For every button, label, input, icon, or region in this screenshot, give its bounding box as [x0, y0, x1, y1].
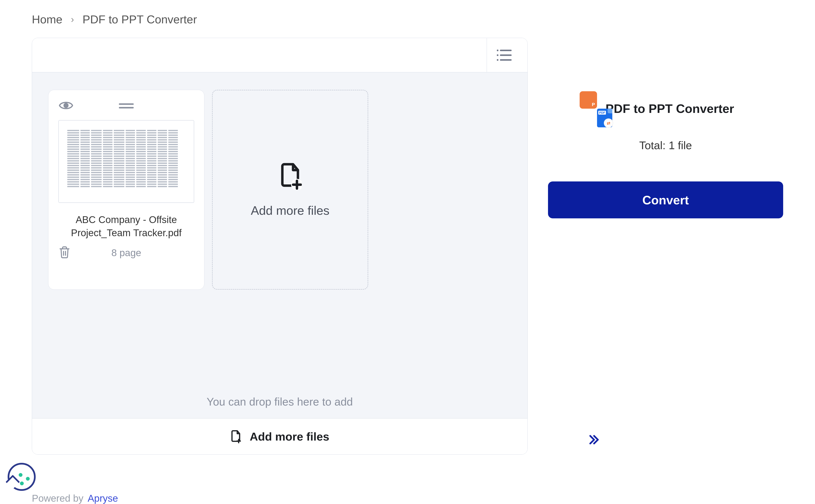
svg-point-0 [497, 49, 498, 51]
sidebar: PDF ⇄ PDF to PPT Converter Total: 1 file… [548, 38, 783, 218]
cookie-dot-icon [19, 473, 22, 477]
delete-file-button[interactable] [59, 246, 70, 260]
add-more-files-footer-label: Add more files [250, 430, 329, 443]
thumbnail-content [65, 130, 187, 187]
file-cards-row: ABC Company - Offsite Project_Team Track… [48, 90, 511, 290]
list-view-toggle[interactable] [487, 38, 521, 72]
list-view-icon [496, 49, 512, 62]
file-card-header [56, 100, 197, 112]
add-more-files-card[interactable]: Add more files [212, 90, 368, 290]
svg-point-2 [497, 54, 498, 56]
cookie-dot-icon [26, 477, 30, 481]
preview-button[interactable] [59, 100, 73, 112]
powered-by: Powered by Apryse [32, 493, 118, 504]
panel-body: ABC Company - Offsite Project_Team Track… [32, 72, 527, 418]
cookie-settings-button[interactable] [8, 463, 36, 491]
panel-header [32, 38, 527, 72]
collapse-sidebar-button[interactable] [587, 433, 601, 447]
app-root: Home › PDF to PPT Converter [0, 0, 815, 504]
sidebar-title: PDF to PPT Converter [606, 101, 734, 116]
file-name-label: ABC Company - Offsite Project_Team Track… [56, 213, 197, 239]
total-files-label: Total: 1 file [639, 139, 692, 152]
drag-handle-icon[interactable] [73, 103, 179, 108]
svg-point-6 [64, 104, 68, 107]
convert-button[interactable]: Convert [548, 181, 783, 218]
file-add-small-icon [230, 430, 242, 443]
powered-by-vendor-link[interactable]: Apryse [88, 493, 118, 504]
file-add-icon [278, 162, 302, 190]
add-more-files-footer-button[interactable]: Add more files [32, 418, 527, 454]
file-card[interactable]: ABC Company - Offsite Project_Team Track… [48, 90, 204, 290]
breadcrumb-separator-icon: › [71, 14, 74, 25]
files-panel: ABC Company - Offsite Project_Team Track… [32, 38, 528, 455]
svg-point-4 [497, 59, 498, 61]
file-thumbnail[interactable] [58, 120, 194, 203]
file-card-footer: 8 page [56, 247, 197, 258]
page-count-label: 8 page [111, 247, 141, 258]
breadcrumb-home-link[interactable]: Home [32, 13, 62, 26]
eye-icon [59, 100, 73, 111]
cookie-dot-icon [20, 482, 24, 485]
trash-icon [59, 246, 70, 259]
breadcrumb: Home › PDF to PPT Converter [32, 13, 783, 26]
breadcrumb-current: PDF to PPT Converter [83, 13, 197, 26]
thumbnail-preview-text [65, 125, 187, 128]
main-layout: ABC Company - Offsite Project_Team Track… [32, 38, 783, 455]
chevrons-right-icon [587, 433, 601, 446]
sidebar-header: PDF ⇄ PDF to PPT Converter [597, 101, 734, 116]
drop-zone-hint: You can drop files here to add [32, 395, 527, 408]
add-more-files-label: Add more files [251, 203, 330, 218]
powered-by-prefix: Powered by [32, 493, 83, 504]
